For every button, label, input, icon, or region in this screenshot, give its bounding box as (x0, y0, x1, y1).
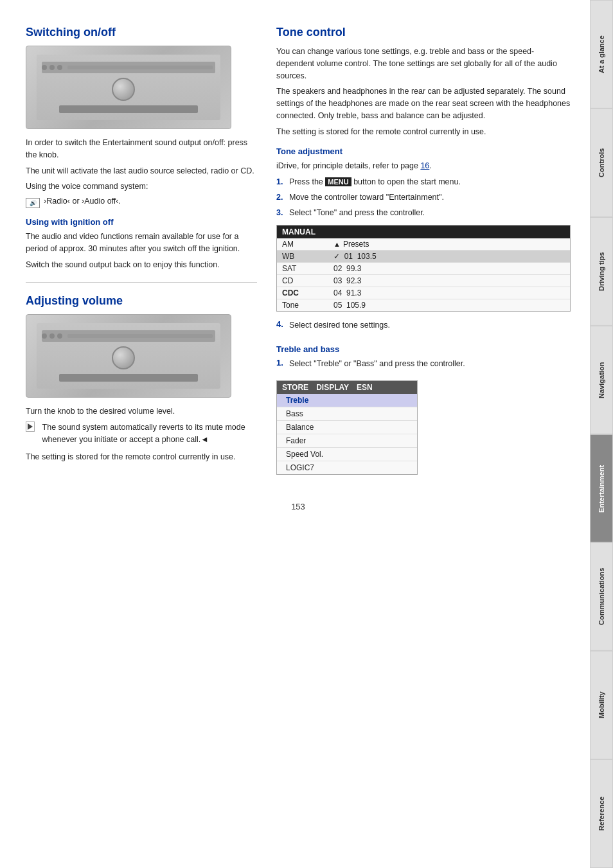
manual-label-cd: CD (282, 276, 333, 285)
manual-row-sat: SAT 02 99.3 (277, 263, 570, 275)
tone-label-balance: Balance (286, 423, 314, 432)
tone-row-treble: Treble (277, 394, 417, 407)
tone-label-fader: Fader (286, 436, 306, 445)
up-arrow-icon: ▲ (333, 240, 341, 248)
volume-body2: The setting is stored for the remote con… (26, 451, 257, 463)
tone-row-speed-vol: Speed Vol. (277, 448, 417, 461)
manual-label-sat: SAT (282, 264, 333, 273)
manual-wb-val: ✓ 01 103.5 (333, 252, 377, 261)
step-num-3: 3. (276, 207, 285, 219)
tone-row-fader: Fader (277, 434, 417, 448)
idrive-ref: iDrive, for principle details, refer to … (276, 160, 571, 172)
tone-step-1: 1. Press the MENU button to open the sta… (276, 176, 571, 188)
tone-body2: The speakers and headphones in the rear … (276, 85, 571, 121)
tone-label-logic7: LOGIC7 (286, 463, 314, 472)
manual-label-cdc: CDC (282, 288, 333, 297)
tone-adjustment-title: Tone adjustment (276, 146, 571, 156)
step-text-3: Select "Tone" and press the controller. (289, 207, 425, 219)
step-text-2: Move the controller toward "Entertainmen… (289, 191, 444, 204)
voice-cmd-text: ›Radio‹ or ›Audio off‹. (44, 197, 121, 206)
voice-cmd-icon: 🔊 (26, 198, 40, 208)
manual-row-am: AM ▲ Presets (277, 238, 570, 251)
manual-presets: ▲ Presets (333, 240, 369, 249)
tone-row-bass: Bass (277, 407, 417, 421)
tone-label-treble: Treble (286, 396, 308, 405)
manual-cd-val: 03 92.3 (333, 276, 361, 285)
tone-menu-box: STORE DISPLAY ESN Treble Bass Balance Fa… (276, 380, 418, 475)
sidebar-tab-driving-tips[interactable]: Driving tips (590, 217, 613, 326)
volume-note: The sound system automatically reverts t… (26, 421, 257, 446)
section-divider-1 (26, 282, 257, 283)
play-icon (26, 421, 35, 432)
tone-body1: You can change various tone settings, e.… (276, 46, 571, 82)
treble-step1-text: Select "Treble" or "Bass" and press the … (289, 358, 465, 370)
manual-header: MANUAL (277, 226, 570, 238)
volume-device-image (26, 314, 231, 398)
tone-step-2: 2. Move the controller toward "Entertain… (276, 191, 571, 204)
manual-sat-val: 02 99.3 (333, 264, 361, 273)
manual-row-cd: CD 03 92.3 (277, 275, 570, 287)
tone-header-store: STORE (282, 383, 308, 392)
tone-row-balance: Balance (277, 421, 417, 434)
treble-step-num-1: 1. (276, 358, 285, 374)
tone-step-3: 3. Select "Tone" and press the controlle… (276, 207, 571, 219)
manual-cdc-val: 04 91.3 (333, 288, 361, 297)
tone-label-speed-vol: Speed Vol. (286, 450, 323, 459)
step4-text: Select desired tone settings. (289, 319, 390, 332)
sidebar-tab-reference[interactable]: Reference (590, 759, 613, 868)
volume-body1: Turn the knob to the desired volume leve… (26, 405, 257, 418)
main-content: Switching on/off (0, 0, 590, 537)
tone-title: Tone control (276, 26, 571, 39)
manual-row-tone: Tone 05 105.9 (277, 299, 570, 311)
sidebar-tab-entertainment[interactable]: Entertainment (590, 434, 613, 543)
idrive-link[interactable]: 16 (420, 161, 429, 170)
step-num-4: 4. (276, 319, 285, 335)
sidebar-tab-at-a-glance[interactable]: At a glance (590, 0, 613, 109)
tone-label-bass: Bass (286, 409, 303, 418)
ignition-off-title: Using with ignition off (26, 217, 257, 227)
switching-body3: Using the voice command system: (26, 181, 257, 193)
tone-body3: The setting is stored for the remote con… (276, 126, 571, 138)
manual-row-wb: WB ✓ 01 103.5 (277, 251, 570, 263)
page-number: 153 (26, 502, 571, 511)
manual-row-cdc: CDC 04 91.3 (277, 287, 570, 299)
switching-body2: The unit will activate the last audio so… (26, 165, 257, 177)
right-column: Tone control You can change various tone… (276, 26, 571, 483)
tone-header-display: DISPLAY (316, 383, 349, 392)
tone-header-esn: ESN (357, 383, 373, 392)
sidebar-tab-communications[interactable]: Communications (590, 542, 613, 651)
menu-label: MENU (325, 177, 351, 186)
sidebar: At a glance Controls Driving tips Naviga… (590, 0, 613, 868)
tone-menu-header: STORE DISPLAY ESN (277, 381, 417, 394)
step4-container: 4. Select desired tone settings. (276, 319, 571, 335)
manual-label-tone: Tone (282, 301, 333, 310)
tone-steps-list: 1. Press the MENU button to open the sta… (276, 176, 571, 218)
manual-label-wb: WB (282, 252, 333, 261)
sidebar-tab-controls[interactable]: Controls (590, 109, 613, 217)
ignition-off-body2: Switch the sound output back on to enjoy… (26, 259, 257, 271)
switching-device-image (26, 46, 231, 129)
step-num-2: 2. (276, 191, 285, 204)
step-num-1: 1. (276, 176, 285, 188)
volume-title: Adjusting volume (26, 294, 257, 308)
manual-label-am: AM (282, 240, 333, 249)
treble-step1-container: 1. Select "Treble" or "Bass" and press t… (276, 358, 571, 374)
sidebar-tab-mobility[interactable]: Mobility (590, 651, 613, 759)
step-text-1: Press the MENU button to open the start … (289, 176, 461, 188)
two-column-layout: Switching on/off (26, 26, 571, 483)
switching-title: Switching on/off (26, 26, 257, 39)
sidebar-tab-navigation[interactable]: Navigation (590, 326, 613, 434)
treble-bass-title: Treble and bass (276, 344, 571, 354)
switching-body1: In order to switch the Entertainment sou… (26, 137, 257, 161)
manual-menu-box: MANUAL AM ▲ Presets WB ✓ 01 103.5 SAT 02… (276, 225, 571, 312)
tone-row-logic7: LOGIC7 (277, 461, 417, 474)
volume-note-text: The sound system automatically reverts t… (42, 421, 257, 446)
presets-text: Presets (343, 240, 369, 249)
manual-tone-val: 05 105.9 (333, 301, 366, 310)
voice-command: 🔊 ›Radio‹ or ›Audio off‹. (26, 197, 257, 208)
left-column: Switching on/off (26, 26, 257, 483)
ignition-off-body1: The audio and video functions remain ava… (26, 231, 257, 255)
